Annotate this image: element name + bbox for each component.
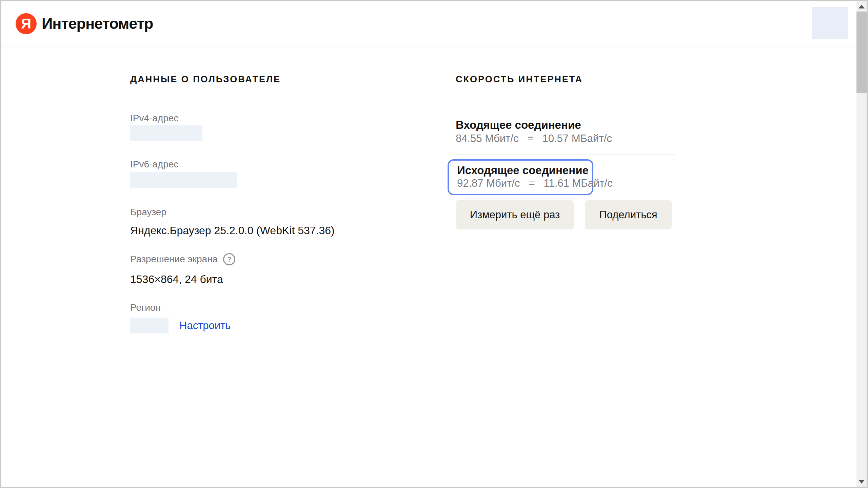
ipv6-label: IPv6-адрес (130, 159, 340, 170)
download-mbit-value: 84.55 Мбит/с (456, 133, 518, 144)
internet-speed-section: СКОРОСТЬ ИНТЕРНЕТА Входящее соединение 8… (456, 74, 676, 229)
scrollbar-down-button[interactable] (856, 476, 867, 487)
download-connection-title: Входящее соединение (456, 119, 676, 131)
scrollbar-thumb[interactable] (856, 12, 867, 93)
region-label: Регион (130, 302, 340, 313)
region-configure-link[interactable]: Настроить (179, 320, 231, 332)
upload-mbyte-value: 11.61 МБайт/с (544, 177, 613, 189)
equals-sign: = (527, 133, 533, 144)
upload-connection-card[interactable]: Исходящее соединение 92.87 Мбит/с=11.61 … (448, 159, 593, 195)
ipv4-label: IPv4-адрес (130, 113, 340, 124)
equals-sign: = (529, 177, 535, 189)
user-data-section: ДАННЫЕ О ПОЛЬЗОВАТЕЛЕ IPv4-адрес IPv6-ад… (130, 74, 340, 333)
scroll-up-arrow-icon (859, 5, 865, 8)
page-title: Интернетометр (42, 15, 153, 33)
yandex-logo-icon[interactable]: Я (16, 13, 37, 34)
share-button[interactable]: Поделиться (585, 200, 672, 229)
speed-actions-row: Измерить ещё раз Поделиться (456, 200, 676, 229)
resolution-label-row: Разрешение экрана ? (130, 253, 340, 265)
region-row: Настроить (130, 318, 340, 333)
ipv4-value-redacted (130, 125, 202, 141)
region-value-redacted (130, 318, 169, 333)
header-banner-placeholder (812, 7, 848, 39)
download-mbyte-value: 10.57 МБайт/с (542, 133, 612, 144)
scroll-down-arrow-icon (859, 480, 865, 484)
help-question-icon[interactable]: ? (223, 253, 235, 265)
speed-divider (456, 154, 676, 155)
upload-connection-values: 92.87 Мбит/с=11.61 МБайт/с (457, 178, 592, 189)
internet-speed-section-title: СКОРОСТЬ ИНТЕРНЕТА (456, 74, 676, 85)
measure-again-button[interactable]: Измерить ещё раз (456, 200, 574, 229)
resolution-label: Разрешение экрана (130, 253, 218, 265)
upload-mbit-value: 92.87 Мбит/с (457, 177, 520, 189)
header: Я Интернетометр (1, 1, 856, 46)
vertical-scrollbar[interactable] (856, 1, 867, 487)
browser-label: Браузер (130, 206, 340, 218)
scrollbar-up-button[interactable] (856, 1, 867, 12)
resolution-value: 1536×864, 24 бита (130, 273, 340, 286)
ipv6-value-redacted (130, 172, 237, 188)
browser-value: Яндекс.Браузер 25.2.0.0 (WebKit 537.36) (130, 224, 340, 237)
download-connection-values: 84.55 Мбит/с=10.57 МБайт/с (456, 133, 676, 144)
user-data-section-title: ДАННЫЕ О ПОЛЬЗОВАТЕЛЕ (130, 74, 340, 85)
upload-connection-title: Исходящее соединение (457, 165, 592, 176)
internetometer-page: Я Интернетометр ДАННЫЕ О ПОЛЬЗОВАТЕЛЕ IP… (0, 0, 868, 488)
